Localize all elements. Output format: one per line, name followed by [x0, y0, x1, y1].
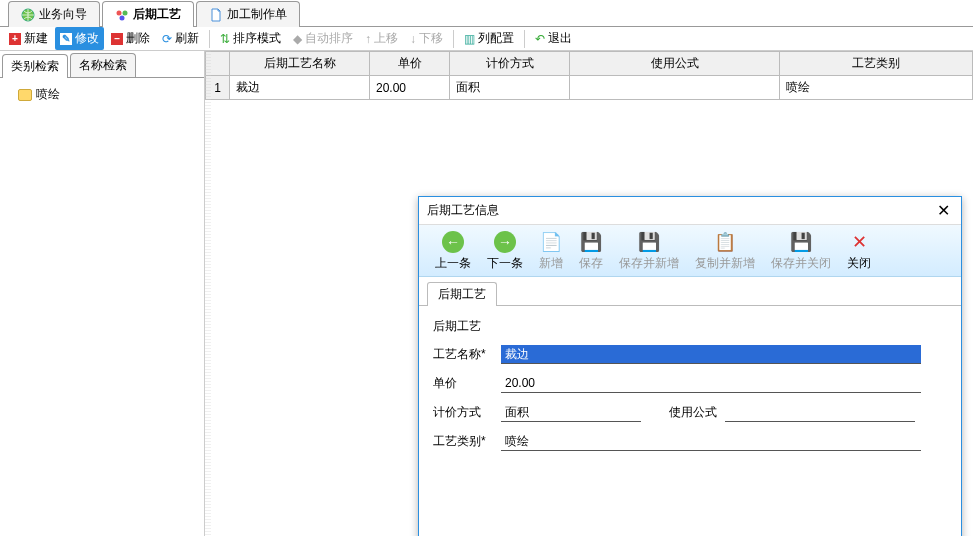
category-tree: 喷绘 — [0, 78, 204, 111]
btn-label: 删除 — [126, 30, 150, 47]
move-up-button[interactable]: ↑ 上移 — [360, 27, 403, 50]
btn-label: 复制并新增 — [695, 255, 755, 272]
cell-name: 裁边 — [230, 76, 370, 100]
data-grid: 后期工艺名称 单价 计价方式 使用公式 工艺类别 1 裁边 20.00 面积 喷… — [205, 51, 973, 100]
copy-icon: 📋 — [714, 231, 736, 253]
main-toolbar: + 新建 ✎ 修改 – 删除 ⟳ 刷新 ⇅ 排序模式 ◆ 自动排序 ↑ 上移 ↓… — [0, 27, 973, 51]
sort-icon: ⇅ — [220, 32, 230, 46]
save-close-button[interactable]: 💾 保存并关闭 — [763, 229, 839, 274]
dialog-title: 后期工艺信息 — [427, 202, 499, 219]
cell-category: 喷绘 — [780, 76, 973, 100]
save-button[interactable]: 💾 保存 — [571, 229, 611, 274]
cell-formula — [570, 76, 780, 100]
category-input[interactable] — [501, 432, 921, 451]
arrow-down-icon: ↓ — [410, 32, 416, 46]
exit-button[interactable]: ↶ 退出 — [530, 27, 577, 50]
close-icon: ✕ — [852, 231, 867, 253]
tab-biz-guide[interactable]: 业务向导 — [8, 1, 100, 27]
dialog-toolbar: ← 上一条 → 下一条 📄 新增 💾 保存 💾 保存并新增 📋 复制并新增 💾 … — [419, 225, 961, 277]
col-formula[interactable]: 使用公式 — [570, 52, 780, 76]
tree-item-label: 喷绘 — [36, 86, 60, 103]
tab-post-process[interactable]: 后期工艺 — [102, 1, 194, 27]
grid-header-row: 后期工艺名称 单价 计价方式 使用公式 工艺类别 — [206, 52, 973, 76]
cell-method: 面积 — [450, 76, 570, 100]
btn-label: 新建 — [24, 30, 48, 47]
arrow-right-icon: → — [494, 231, 516, 253]
name-input[interactable] — [501, 345, 921, 364]
prev-button[interactable]: ← 上一条 — [427, 229, 479, 274]
edit-icon: ✎ — [60, 33, 72, 45]
sort-mode-button[interactable]: ⇅ 排序模式 — [215, 27, 286, 50]
col-category[interactable]: 工艺类别 — [780, 52, 973, 76]
label-method: 计价方式 — [433, 404, 493, 421]
diamond-icon: ◆ — [293, 32, 302, 46]
tab-label: 业务向导 — [39, 6, 87, 23]
btn-label: 列配置 — [478, 30, 514, 47]
add-button[interactable]: 📄 新增 — [531, 229, 571, 274]
app-tabs: 业务向导 后期工艺 加工制作单 — [0, 0, 973, 27]
btn-label: 排序模式 — [233, 30, 281, 47]
separator — [453, 30, 454, 48]
close-button[interactable]: ✕ 关闭 — [839, 229, 879, 274]
tree-item-penhu[interactable]: 喷绘 — [16, 84, 200, 105]
col-name[interactable]: 后期工艺名称 — [230, 52, 370, 76]
auto-sort-button[interactable]: ◆ 自动排序 — [288, 27, 358, 50]
btn-label: 关闭 — [847, 255, 871, 272]
dialog-tabs: 后期工艺 — [419, 277, 961, 306]
col-method[interactable]: 计价方式 — [450, 52, 570, 76]
save-close-icon: 💾 — [790, 231, 812, 253]
btn-label: 保存并新增 — [619, 255, 679, 272]
label-formula: 使用公式 — [669, 404, 717, 421]
sidebar-tab-category[interactable]: 类别检索 — [2, 54, 68, 78]
arrow-up-icon: ↑ — [365, 32, 371, 46]
save-icon: 💾 — [580, 231, 602, 253]
save-add-button[interactable]: 💾 保存并新增 — [611, 229, 687, 274]
plus-icon: + — [9, 33, 21, 45]
dialog-close-button[interactable]: ✕ — [933, 201, 953, 220]
formula-input[interactable] — [725, 403, 915, 422]
label-price: 单价 — [433, 375, 493, 392]
splitter-handle[interactable] — [205, 51, 211, 536]
form-row-name: 工艺名称* — [433, 345, 947, 364]
process-info-dialog: 后期工艺信息 ✕ ← 上一条 → 下一条 📄 新增 💾 保存 💾 保存并新增 📋… — [418, 196, 962, 536]
exit-icon: ↶ — [535, 32, 545, 46]
table-row[interactable]: 1 裁边 20.00 面积 喷绘 — [206, 76, 973, 100]
sidebar-tabs: 类别检索 名称检索 — [0, 51, 204, 78]
form-row-category: 工艺类别* — [433, 432, 947, 451]
form-row-price: 单价 — [433, 374, 947, 393]
next-button[interactable]: → 下一条 — [479, 229, 531, 274]
form-row-method: 计价方式 使用公式 — [433, 403, 947, 422]
delete-button[interactable]: – 删除 — [106, 27, 155, 50]
columns-icon: ▥ — [464, 32, 475, 46]
new-button[interactable]: + 新建 — [4, 27, 53, 50]
label-name: 工艺名称* — [433, 346, 493, 363]
dialog-titlebar[interactable]: 后期工艺信息 ✕ — [419, 197, 961, 225]
document-icon — [209, 8, 223, 22]
col-price[interactable]: 单价 — [370, 52, 450, 76]
btn-label: 刷新 — [175, 30, 199, 47]
sidebar: 类别检索 名称检索 喷绘 — [0, 51, 205, 536]
svg-point-3 — [120, 15, 125, 20]
btn-label: 新增 — [539, 255, 563, 272]
btn-label: 保存并关闭 — [771, 255, 831, 272]
price-input[interactable] — [501, 374, 921, 393]
btn-label: 上一条 — [435, 255, 471, 272]
method-input[interactable] — [501, 403, 641, 422]
minus-icon: – — [111, 33, 123, 45]
separator — [524, 30, 525, 48]
copy-add-button[interactable]: 📋 复制并新增 — [687, 229, 763, 274]
edit-button[interactable]: ✎ 修改 — [55, 27, 104, 50]
new-doc-icon: 📄 — [540, 231, 562, 253]
sidebar-tab-name[interactable]: 名称检索 — [70, 53, 136, 77]
btn-label: 保存 — [579, 255, 603, 272]
refresh-button[interactable]: ⟳ 刷新 — [157, 27, 204, 50]
tab-prod-order[interactable]: 加工制作单 — [196, 1, 300, 27]
col-config-button[interactable]: ▥ 列配置 — [459, 27, 519, 50]
save-add-icon: 💾 — [638, 231, 660, 253]
move-down-button[interactable]: ↓ 下移 — [405, 27, 448, 50]
label-category: 工艺类别* — [433, 433, 493, 450]
cell-price: 20.00 — [370, 76, 450, 100]
btn-label: 退出 — [548, 30, 572, 47]
dialog-body: 后期工艺 工艺名称* 单价 计价方式 使用公式 工艺类别* — [419, 306, 961, 536]
dialog-tab-process[interactable]: 后期工艺 — [427, 282, 497, 306]
